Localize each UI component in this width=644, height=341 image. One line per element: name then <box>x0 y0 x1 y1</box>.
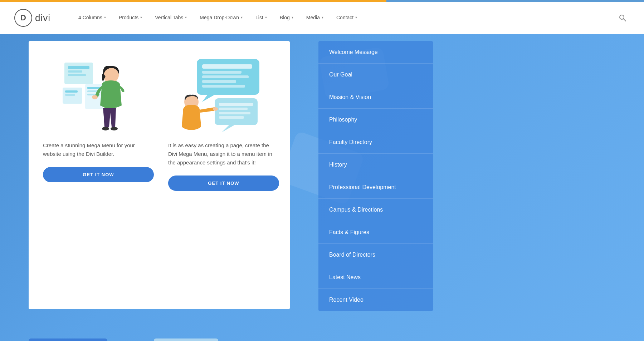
svg-point-14 <box>92 95 98 99</box>
chevron-down-icon: ▾ <box>140 15 142 19</box>
svg-rect-22 <box>202 80 236 83</box>
sidebar-item-latest-news[interactable]: Latest News <box>318 266 433 289</box>
nav-item-mega-dropdown[interactable]: Mega Drop-Down ▾ <box>193 2 249 34</box>
svg-rect-8 <box>65 94 75 96</box>
sidebar-item-our-goal[interactable]: Our Goal <box>318 64 433 86</box>
bottom-bar-1 <box>29 338 107 341</box>
nav-item-products[interactable]: Products ▾ <box>112 2 148 34</box>
nav-item-media[interactable]: Media ▾ <box>300 2 330 34</box>
logo-text: divi <box>35 13 50 24</box>
svg-line-1 <box>624 19 626 21</box>
chevron-down-icon: ▾ <box>265 15 267 19</box>
sidebar-item-recent-video[interactable]: Recent Video <box>318 289 433 311</box>
svg-rect-5 <box>68 74 86 76</box>
search-button[interactable] <box>615 11 630 25</box>
search-icon <box>619 14 626 21</box>
svg-point-0 <box>620 15 624 19</box>
svg-rect-7 <box>65 90 78 93</box>
svg-rect-23 <box>202 85 245 88</box>
mega-col-2: It is as easy as creating a page, create… <box>165 52 279 298</box>
svg-point-15 <box>102 127 109 130</box>
mega-col2-description: It is as easy as creating a page, create… <box>165 141 279 167</box>
chat-illustration <box>179 55 265 134</box>
logo-circle: D <box>14 9 32 27</box>
mega-menu-panel: Create a stunning Mega Menu for your web… <box>29 41 290 309</box>
svg-marker-18 <box>202 95 215 102</box>
sidebar-item-faculty-directory[interactable]: Faculty Directory <box>318 131 433 154</box>
svg-point-31 <box>213 107 218 111</box>
chevron-down-icon: ▾ <box>241 15 243 19</box>
nav-item-4columns[interactable]: 4 Columns ▾ <box>72 2 112 34</box>
mega-col-1: Create a stunning Mega Menu for your web… <box>39 52 154 298</box>
svg-rect-26 <box>219 103 253 106</box>
woman-illustration <box>61 55 132 134</box>
sidebar-item-board-of-directors[interactable]: Board of Directors <box>318 244 433 266</box>
get-it-now-button-2[interactable]: GET IT NOW <box>168 176 279 191</box>
svg-rect-20 <box>202 71 241 74</box>
svg-marker-25 <box>222 125 234 132</box>
chevron-down-icon: ▾ <box>322 15 323 19</box>
chevron-down-icon: ▾ <box>292 15 293 19</box>
svg-rect-29 <box>219 116 244 119</box>
sidebar-item-facts-figures[interactable]: Facts & Figures <box>318 221 433 244</box>
mega-col1-description: Create a stunning Mega Menu for your web… <box>39 141 154 158</box>
nav-item-blog[interactable]: Blog ▾ <box>273 2 300 34</box>
sidebar-item-welcome-message[interactable]: Welcome Message <box>318 41 433 64</box>
illustration-1 <box>39 52 154 134</box>
svg-point-16 <box>111 127 118 130</box>
bottom-bar-2 <box>154 338 218 341</box>
svg-rect-11 <box>87 90 98 92</box>
nav-item-vertical-tabs[interactable]: Vertical Tabs ▾ <box>148 2 193 34</box>
sidebar-item-mission-vision[interactable]: Mission & Vision <box>318 86 433 109</box>
svg-rect-3 <box>68 66 89 69</box>
get-it-now-button-1[interactable]: GET IT NOW <box>43 167 154 182</box>
logo[interactable]: D divi <box>14 9 50 27</box>
sidebar-menu: Welcome Message Our Goal Mission & Visio… <box>318 41 433 311</box>
nav-item-list[interactable]: List ▾ <box>249 2 273 34</box>
svg-rect-24 <box>215 98 258 125</box>
svg-rect-28 <box>219 112 250 114</box>
header: D divi 4 Columns ▾ Products ▾ Vertical T… <box>0 2 644 34</box>
svg-rect-4 <box>68 70 82 73</box>
sidebar-item-history[interactable]: History <box>318 154 433 176</box>
svg-rect-27 <box>219 108 248 110</box>
chevron-down-icon: ▾ <box>185 15 187 19</box>
svg-rect-21 <box>202 75 249 78</box>
svg-rect-2 <box>64 63 93 84</box>
bottom-bars <box>29 338 218 341</box>
sidebar-item-campus-directions[interactable]: Campus & Directions <box>318 199 433 221</box>
main-content: Create a stunning Mega Menu for your web… <box>0 34 644 341</box>
svg-rect-19 <box>202 64 252 69</box>
sidebar-item-professional-development[interactable]: Professional Development <box>318 176 433 199</box>
sidebar-item-philosophy[interactable]: Philosophy <box>318 109 433 131</box>
main-nav: 4 Columns ▾ Products ▾ Vertical Tabs ▾ M… <box>72 2 615 34</box>
chevron-down-icon: ▾ <box>104 15 106 19</box>
nav-item-contact[interactable]: Contact ▾ <box>330 2 364 34</box>
illustration-2 <box>165 52 279 134</box>
chevron-down-icon: ▾ <box>355 15 357 19</box>
